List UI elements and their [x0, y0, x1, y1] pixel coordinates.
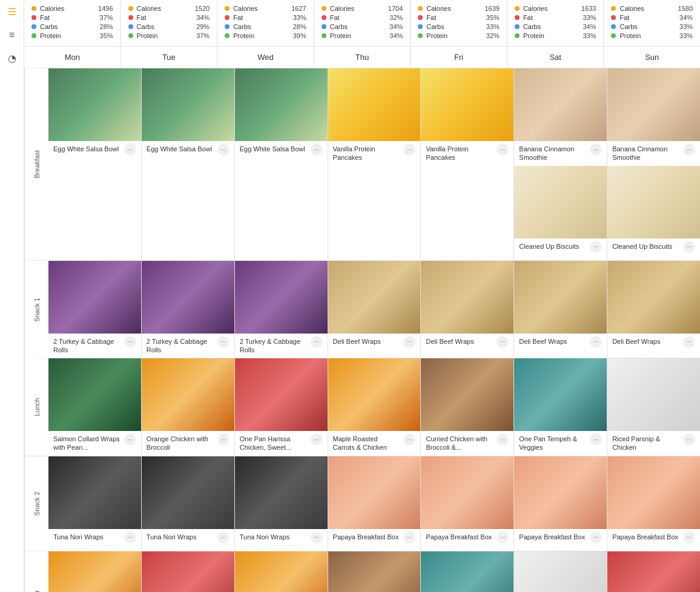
food-menu-button[interactable]: ··· [497, 433, 509, 446]
food-menu-button[interactable]: ··· [217, 143, 229, 156]
day-header-mon: Mon [24, 47, 121, 68]
food-menu-button[interactable]: ··· [497, 531, 509, 544]
food-image [421, 551, 513, 592]
breakfast-mon: Egg White Salsa Bowl ··· [48, 68, 142, 260]
food-menu-button[interactable]: ··· [497, 143, 509, 156]
food-menu-button[interactable]: ··· [311, 143, 323, 156]
food-menu-button[interactable]: ··· [497, 336, 509, 348]
food-menu-button[interactable]: ··· [683, 433, 695, 446]
food-menu-button[interactable]: ··· [311, 433, 323, 446]
food-menu-button[interactable]: ··· [683, 531, 695, 544]
food-name: Cleaned Up Biscuits [519, 242, 587, 251]
food-card: One Pan Harissa Chicken, Sweet... ··· [235, 358, 328, 456]
food-menu-button[interactable]: ··· [403, 143, 415, 156]
food-menu-button[interactable]: ··· [403, 336, 415, 348]
lunch-sat: One Pan Tempeh & Veggies ··· [514, 358, 607, 456]
food-card: Egg White Salsa Bowl ··· [142, 68, 234, 163]
snack2-row: Snack 2 Tuna Nori Wraps ··· Tuna Nori Wr… [24, 456, 700, 551]
food-card: One Pan Harissa Chicken, Sweet... ··· [142, 551, 234, 592]
food-image [48, 68, 141, 141]
food-card: Egg White Salsa Bowl ··· [48, 68, 141, 163]
food-menu-button[interactable]: ··· [311, 531, 323, 544]
food-title-area: Papaya Breakfast Box ··· [514, 529, 607, 551]
food-menu-button[interactable]: ··· [311, 336, 323, 348]
food-title-area: One Pan Harissa Chicken, Sweet... ··· [235, 431, 328, 456]
food-menu-button[interactable]: ··· [590, 336, 602, 348]
food-name: Salmon Collard Wraps with Pean... [53, 435, 122, 452]
food-card: Deli Beef Wraps ··· [328, 261, 421, 355]
food-card: 2 Turkey & Cabbage Rolls ··· [235, 261, 328, 358]
food-name: Maple Roasted Carrots & Chicken [333, 435, 401, 452]
food-menu-button[interactable]: ··· [124, 143, 136, 156]
day-header-thu: Thu [314, 47, 411, 68]
breakfast-tue: Egg White Salsa Bowl ··· [142, 68, 235, 260]
food-card: Vanilla Protein Pancakes ··· [421, 68, 513, 166]
food-menu-button[interactable]: ··· [683, 336, 695, 348]
food-card: Orange Chicken with Broccoli ··· [142, 358, 234, 456]
food-title-area: Tuna Nori Wraps ··· [142, 529, 234, 551]
macro-cell-tue: Calories1520 Fat34% Carbs29% Protein37% [121, 0, 218, 46]
day-header-wed: Wed [217, 47, 314, 68]
food-menu-button[interactable]: ··· [217, 336, 229, 348]
food-image [142, 551, 234, 592]
day-header-fri: Fri [411, 47, 507, 68]
food-title-area: Deli Beef Wraps ··· [328, 334, 421, 355]
food-image [514, 68, 607, 141]
lunch-row: Lunch Salmon Collard Wraps with Pean... … [24, 358, 700, 456]
snack1-tue: 2 Turkey & Cabbage Rolls ··· [142, 261, 235, 358]
food-card: Deli Beef Wraps ··· [421, 261, 513, 355]
menu-icon[interactable]: ☰ [8, 6, 16, 18]
dinner-row: Dinner Orange Chicken with Broccoli ··· … [24, 551, 700, 592]
food-name: Tuna Nori Wraps [240, 533, 308, 541]
food-title-area: Orange Chicken with Broccoli ··· [142, 431, 234, 456]
food-menu-button[interactable]: ··· [590, 241, 602, 253]
food-menu-button[interactable]: ··· [124, 336, 136, 348]
list-icon[interactable]: ≡ [9, 30, 15, 41]
food-menu-button[interactable]: ··· [124, 433, 136, 446]
food-menu-button[interactable]: ··· [590, 433, 602, 446]
food-image [48, 551, 141, 592]
food-menu-button[interactable]: ··· [403, 531, 415, 544]
food-menu-button[interactable]: ··· [590, 531, 602, 544]
food-menu-button[interactable]: ··· [590, 143, 602, 156]
food-card: Deli Beef Wraps ··· [607, 261, 700, 355]
food-image [142, 261, 234, 334]
food-image [514, 166, 607, 238]
food-image [607, 456, 700, 529]
food-title-area: Papaya Breakfast Box ··· [421, 529, 513, 551]
food-card: Orange Chicken with Broccoli ··· [48, 551, 141, 592]
food-name: Egg White Salsa Bowl [240, 145, 308, 153]
food-title-area: Deli Beef Wraps ··· [607, 334, 700, 355]
food-card: Curried Chicken with Broccoli &... ··· [328, 551, 421, 592]
food-image [514, 261, 607, 334]
food-card: Riced Parsnip & Chicken ··· [514, 551, 607, 592]
food-title-area: Riced Parsnip & Chicken ··· [607, 431, 700, 456]
food-card-2: Cleaned Up Biscuits ··· [514, 166, 607, 260]
sidebar: ☰ ≡ ◔ [0, 0, 24, 592]
food-image [607, 358, 700, 431]
food-menu-button[interactable]: ··· [683, 241, 695, 253]
food-image [235, 456, 328, 529]
food-image [421, 68, 513, 141]
food-name: Deli Beef Wraps [333, 337, 401, 346]
food-menu-button[interactable]: ··· [124, 531, 136, 544]
day-header-sat: Sat [507, 47, 604, 68]
food-menu-button[interactable]: ··· [217, 433, 229, 446]
chart-icon[interactable]: ◔ [8, 53, 16, 64]
lunch-fri: Curried Chicken with Broccoli &... ··· [421, 358, 514, 456]
food-card: Egg White Salsa Bowl ··· [235, 68, 328, 163]
breakfast-sat: Banana Cinnamon Smoothie ··· Cleaned Up … [514, 68, 607, 260]
food-menu-button[interactable]: ··· [217, 531, 229, 544]
food-name: Orange Chicken with Broccoli [147, 435, 215, 452]
food-menu-button[interactable]: ··· [683, 143, 695, 156]
snack1-fri: Deli Beef Wraps ··· [421, 261, 514, 358]
food-image [235, 68, 328, 141]
food-title-area: Deli Beef Wraps ··· [421, 334, 513, 355]
day-header-tue: Tue [121, 47, 218, 68]
snack1-thu: Deli Beef Wraps ··· [328, 261, 421, 358]
food-menu-button[interactable]: ··· [403, 433, 415, 446]
breakfast-thu: Vanilla Protein Pancakes ··· [328, 68, 421, 260]
food-title-area: Banana Cinnamon Smoothie ··· [514, 141, 607, 166]
food-name: Deli Beef Wraps [519, 337, 587, 346]
food-card: Riced Parsnip & Chicken ··· [607, 358, 700, 456]
